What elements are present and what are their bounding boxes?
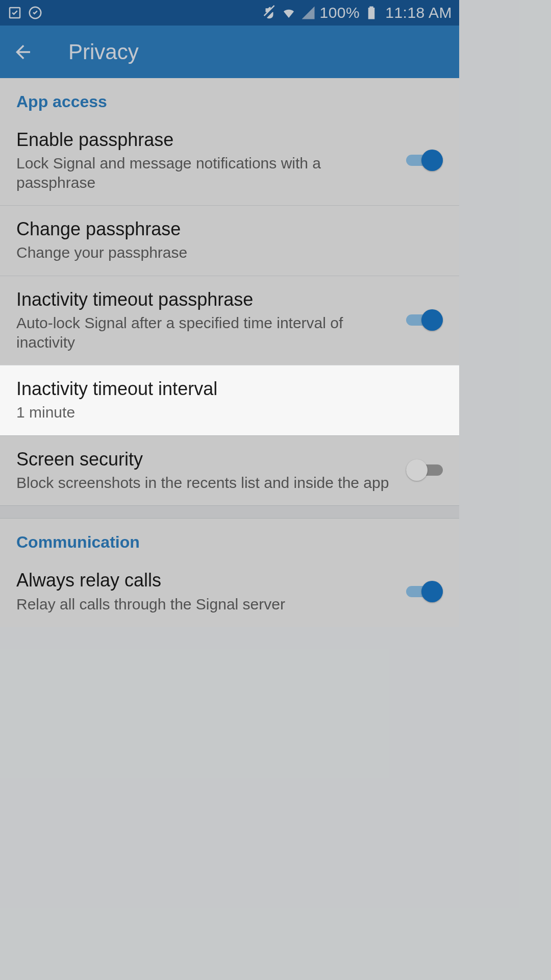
row-title: Screen security [16, 448, 394, 470]
row-always-relay-calls[interactable]: Always relay calls Relay all calls throu… [0, 557, 459, 627]
check-circle-icon [28, 5, 43, 20]
page-title: Privacy [68, 40, 139, 64]
row-subtitle: 1 minute [16, 403, 431, 422]
settings-list: App access Enable passphrase Lock Signal… [0, 78, 459, 627]
row-title: Inactivity timeout interval [16, 378, 431, 400]
row-subtitle: Relay all calls through the Signal serve… [16, 595, 394, 614]
cell-signal-icon [300, 5, 316, 20]
row-title: Always relay calls [16, 569, 394, 591]
row-inactivity-timeout[interactable]: Inactivity timeout passphrase Auto-lock … [0, 276, 459, 365]
row-subtitle: Auto-lock Signal after a specified time … [16, 313, 394, 352]
row-title: Change passphrase [16, 218, 431, 240]
status-left [7, 5, 43, 20]
toggle-enable-passphrase[interactable] [406, 150, 443, 171]
toggle-screen-security[interactable] [406, 459, 443, 481]
wifi-icon [281, 5, 296, 20]
section-divider [0, 505, 459, 519]
app-bar: Privacy [0, 26, 459, 78]
section-header-app-access: App access [0, 78, 459, 116]
toggle-inactivity-timeout[interactable] [406, 309, 443, 331]
status-right: 100% 11:18 AM [262, 4, 453, 21]
row-subtitle: Lock Signal and message notifications wi… [16, 154, 394, 192]
section-header-communication: Communication [0, 519, 459, 557]
row-subtitle: Change your passphrase [16, 243, 431, 262]
clock-text: 11:18 AM [385, 4, 452, 21]
toggle-always-relay-calls[interactable] [406, 581, 443, 602]
battery-icon [364, 5, 379, 20]
status-bar: 100% 11:18 AM [0, 0, 459, 26]
back-icon[interactable] [12, 41, 34, 63]
row-title: Enable passphrase [16, 129, 394, 151]
checkbox-square-icon [7, 5, 22, 20]
row-enable-passphrase[interactable]: Enable passphrase Lock Signal and messag… [0, 116, 459, 205]
row-inactivity-interval[interactable]: Inactivity timeout interval 1 minute [0, 365, 459, 435]
row-subtitle: Block screenshots in the recents list an… [16, 473, 394, 493]
row-change-passphrase[interactable]: Change passphrase Change your passphrase [0, 205, 459, 276]
battery-text: 100% [320, 4, 360, 21]
mute-icon [262, 5, 277, 20]
row-screen-security[interactable]: Screen security Block screenshots in the… [0, 435, 459, 506]
row-title: Inactivity timeout passphrase [16, 288, 394, 310]
